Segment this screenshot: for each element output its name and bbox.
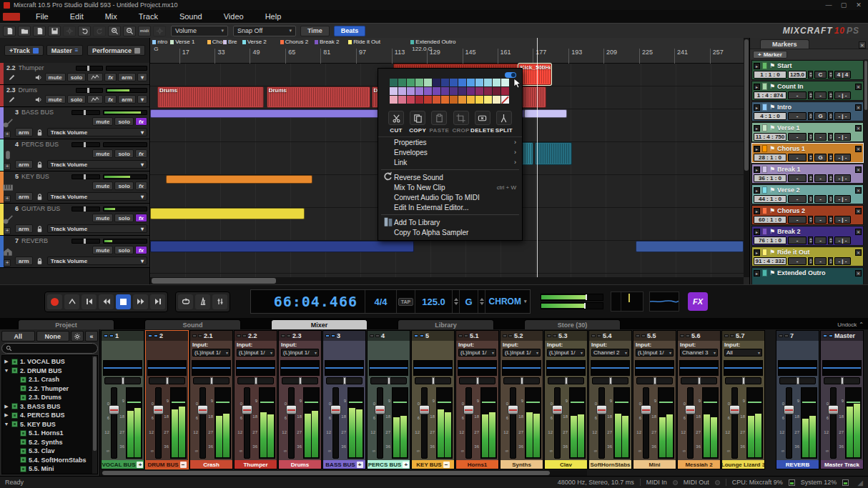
time-mode-button[interactable]: Time [300,26,330,36]
input-select[interactable]: (L)Input 1/▾ [503,349,541,357]
mute-button[interactable]: mute [92,149,113,158]
pencil-icon[interactable] [6,73,16,81]
color-swatch[interactable] [475,87,483,95]
scrollbar-thumb[interactable] [744,39,749,171]
channel-name-label[interactable]: Synths [500,460,543,469]
lock-icon[interactable] [35,257,45,265]
arm-button[interactable]: arm [118,73,136,81]
strip-header[interactable]: 2.3 [279,331,321,341]
strip-header[interactable]: 5.6 [678,331,720,341]
expand-icon[interactable]: ▸ [754,208,760,214]
marker-key-field[interactable]: - [814,257,827,265]
expand-icon[interactable]: ▸ [754,229,760,235]
tree-item-2-drum-bus[interactable]: ▼2. DRUM BUS [4,367,92,376]
add-subtrack-button[interactable]: + [4,259,11,267]
delete-marker-icon[interactable]: ✕ [855,208,862,214]
fx-button[interactable]: fx [135,149,147,158]
strip-header[interactable]: 5.3 [545,331,587,341]
delete-marker-icon[interactable]: ✕ [855,125,862,131]
tab-sound[interactable]: Sound [144,319,241,329]
pan-thumb[interactable] [343,377,346,384]
scrollbar-thumb[interactable] [102,471,550,475]
expand-icon[interactable]: ▸ [754,249,760,256]
open-project-button[interactable] [18,26,31,36]
fx-button[interactable]: fx [135,246,147,254]
color-swatch[interactable] [390,96,398,104]
tree-item-5-3-clav[interactable]: 5.3. Clav [4,447,92,456]
input-select[interactable]: (L)Input 1/▾ [636,349,674,357]
marker-break-2[interactable]: ▸⚑Break 2✕76 : 1 : 0--- | - [751,226,864,246]
color-swatch[interactable] [458,79,466,86]
marker-signature-field[interactable]: - | - [834,91,851,99]
marker-color-swatch[interactable] [762,145,767,152]
eq-display[interactable] [192,360,231,376]
lock-icon[interactable] [35,224,45,233]
color-swatch[interactable] [450,96,458,104]
key-spinner[interactable] [478,290,485,313]
menu-item-help[interactable]: Help [255,12,292,21]
close-icon[interactable]: ✕ [859,41,866,49]
track-volume-slider[interactable] [71,206,100,211]
marker-tempo-field[interactable]: - [788,91,807,99]
tempo-spinner[interactable] [808,71,813,79]
select-all-button[interactable]: All [1,331,35,342]
save-button[interactable] [48,26,61,36]
tree-item-1-vocal-bus[interactable]: ▶1. VOCAL BUS [4,357,92,367]
expand-icon[interactable]: ▸ [754,146,760,152]
pan-slider[interactable] [282,377,318,384]
menu-item-copy-to-alpha-sampler[interactable]: Copy To Alpha Sampler [378,227,522,237]
automation-type-select[interactable]: Volume▾ [171,26,228,36]
color-swatch[interactable] [484,96,492,104]
fader-track[interactable] [377,387,383,459]
scrollbar-thumb[interactable] [152,278,276,284]
pan-thumb[interactable] [299,377,302,384]
automation-icon[interactable] [87,73,103,81]
marker-color-swatch[interactable] [762,62,767,69]
go-to-start-button[interactable] [82,294,97,309]
pan-thumb[interactable] [432,377,435,384]
fx-button[interactable]: fx [135,214,147,222]
arm-button[interactable]: arm [15,192,33,201]
key-spinner[interactable] [828,216,833,224]
lock-icon[interactable] [35,192,45,201]
solo-button[interactable]: solo [67,95,86,104]
solo-button[interactable]: solo [114,246,133,254]
eq-display[interactable] [280,360,320,376]
color-swatch[interactable] [441,96,449,104]
color-swatch[interactable] [390,79,398,86]
tree-expand-icon[interactable]: ▶ [4,412,9,418]
pan-slider[interactable] [779,377,816,384]
expand-icon[interactable]: ▸ [754,166,760,173]
color-swatch[interactable] [484,87,492,95]
input-select[interactable]: (L)Input 1/▾ [547,349,585,357]
key-spinner[interactable] [828,236,833,244]
marker-signature-field[interactable]: - | - [834,154,851,161]
bus-expand-button[interactable]: + [137,462,143,468]
slider-thumb[interactable] [87,66,89,71]
color-swatch[interactable] [450,79,458,86]
strip-header[interactable]: 4 [368,331,410,341]
marker-verse-2[interactable]: ▸⚑Verse 2✕44 : 1 : 0--- | - [751,184,864,204]
slider-thumb[interactable] [84,142,86,147]
color-swatch[interactable] [398,79,406,86]
fader-track[interactable] [332,387,339,459]
marker-intro[interactable]: ▸⚑Intro✕4 : 1 : 0-G- | - [751,101,864,121]
fx-button[interactable]: fx [135,117,147,126]
color-swatch[interactable] [433,87,440,95]
eq-display[interactable] [325,360,364,376]
color-swatch[interactable] [458,96,466,104]
pan-slider[interactable] [725,377,761,384]
color-swatch[interactable] [390,87,398,95]
solo-button[interactable]: solo [67,73,86,81]
clip[interactable] [150,208,305,219]
channel-name-label[interactable]: Messiah 2 [678,460,720,469]
key-spinner[interactable] [828,174,833,182]
stop-button[interactable] [116,294,131,309]
clip[interactable] [535,142,572,165]
bus-expand-button[interactable]: − [180,462,187,468]
marker-tempo-field[interactable]: - [788,112,807,120]
track-volume-select[interactable]: Track Volume▾ [47,224,147,233]
tree-item-5-5-mini[interactable]: 5.5. Mini [4,464,92,474]
strip-header[interactable]: 5.5 [633,331,676,341]
marker-position-field[interactable]: 28 : 1 : 0 [754,154,786,161]
